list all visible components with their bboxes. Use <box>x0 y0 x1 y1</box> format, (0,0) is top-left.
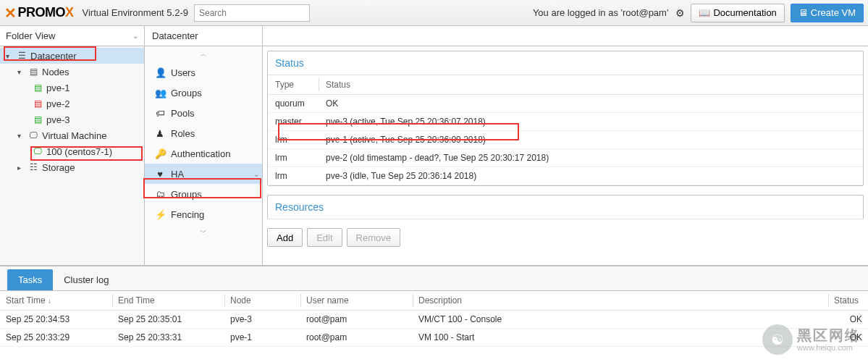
col-status[interactable]: Status <box>828 291 868 311</box>
tree-label: Nodes <box>42 67 69 77</box>
logo: ✕ PROMOX <box>4 4 74 22</box>
create-vm-button[interactable]: 🖥 Create VM <box>791 4 864 22</box>
config-roles[interactable]: ♟Roles <box>145 123 262 143</box>
col-node[interactable]: Node <box>224 291 300 311</box>
col-end-time[interactable]: End Time <box>112 291 224 311</box>
tree-label: pve-1 <box>46 83 70 93</box>
status-row[interactable]: lrmpve-2 (old timestamp - dead?, Tue Sep… <box>268 149 863 167</box>
config-ha[interactable]: ♥HA⌄ <box>145 164 262 184</box>
tags-icon: 🏷 <box>155 108 165 119</box>
col-user[interactable]: User name <box>300 291 413 311</box>
config-label: Users <box>171 67 195 78</box>
search-input[interactable] <box>194 4 310 22</box>
config-label: HA <box>171 169 184 180</box>
key-icon: 🔑 <box>155 148 165 159</box>
status-type: quorum <box>268 95 319 113</box>
tree-label: 100 (centos7-1) <box>46 146 112 157</box>
add-button[interactable]: Add <box>267 228 303 247</box>
collapse-icon[interactable]: ▾ <box>17 68 25 76</box>
storage-icon: ☷ <box>28 162 39 172</box>
cell-end: Sep 25 20:35:01 <box>112 311 224 329</box>
col-start-time[interactable]: Start Time ↓ <box>0 291 112 311</box>
logo-mark-icon: ✕ <box>4 4 17 22</box>
config-label: Authentication <box>171 148 230 159</box>
status-row[interactable]: lrmpve-3 (idle, Tue Sep 25 20:36:14 2018… <box>268 167 863 185</box>
tasks-table: Start Time ↓ End Time Node User name Des… <box>0 291 868 347</box>
status-row[interactable]: masterpve-3 (active, Tue Sep 25 20:36:07… <box>268 113 863 131</box>
config-label: Pools <box>171 108 195 119</box>
tree-node-pve3[interactable]: ▤ pve-3 <box>0 111 144 127</box>
sidebar: Folder View ⌄ ▾ ☰ Datacenter ▾ ▤ Nodes ▤… <box>0 26 145 265</box>
config-ha-groups[interactable]: 🗂Groups <box>145 184 262 204</box>
status-col-status[interactable]: Status <box>319 75 863 95</box>
config-authentication[interactable]: 🔑Authentication <box>145 143 262 164</box>
documentation-label: Documentation <box>713 7 776 18</box>
collapse-icon[interactable]: ▾ <box>6 52 13 60</box>
config-label: Roles <box>171 128 195 139</box>
status-value: OK <box>319 95 863 113</box>
tree-virtual-machine[interactable]: ▾ 🖵 Virtual Machine <box>0 127 144 143</box>
tab-cluster-log[interactable]: Cluster log <box>53 269 119 290</box>
status-type: lrm <box>268 167 319 185</box>
cell-node: pve-1 <box>224 329 300 347</box>
tree-storage[interactable]: ▸ ☷ Storage <box>0 159 144 175</box>
resources-panel: Resources <box>267 195 864 219</box>
cell-user: root@pam <box>300 329 413 347</box>
cell-end: Sep 25 20:33:31 <box>112 329 224 347</box>
scroll-down-button[interactable]: ﹀ <box>145 224 262 240</box>
edit-button[interactable]: Edit <box>307 228 342 247</box>
logo-text-1: PRO <box>18 5 46 20</box>
config-fencing[interactable]: ⚡Fencing <box>145 204 262 224</box>
status-table: Type Status quorumOK masterpve-3 (active… <box>268 75 863 185</box>
status-row[interactable]: quorumOK <box>268 95 863 113</box>
tree-label: pve-3 <box>46 114 70 125</box>
users-icon: 👥 <box>155 88 165 98</box>
content-area: Status Type Status quorumOK masterpve-3 … <box>263 26 868 265</box>
status-type: lrm <box>268 149 319 167</box>
documentation-button[interactable]: 📖 Documentation <box>691 4 784 22</box>
status-row[interactable]: lrmpve-1 (active, Tue Sep 25 20:36:09 20… <box>268 131 863 149</box>
config-groups[interactable]: 👥Groups <box>145 83 262 103</box>
task-row[interactable]: Sep 25 20:33:29 Sep 25 20:33:31 pve-1 ro… <box>0 329 868 347</box>
product-version: Virtual Environment 5.2-9 <box>83 7 188 18</box>
scroll-up-button[interactable]: ︿ <box>145 46 262 62</box>
cell-user: root@pam <box>300 311 413 329</box>
config-menu: Datacenter ︿ 👤Users 👥Groups 🏷Pools ♟Role… <box>145 26 263 265</box>
gear-icon[interactable]: ⚙ <box>675 7 685 19</box>
tree-label: Virtual Machine <box>42 130 106 141</box>
node-offline-icon: ▤ <box>32 98 43 109</box>
cell-status: OK <box>828 311 868 329</box>
config-label: Groups <box>171 88 202 98</box>
tree-datacenter[interactable]: ▾ ☰ Datacenter <box>0 48 144 64</box>
status-value: pve-1 (active, Tue Sep 25 20:36:09 2018) <box>319 131 863 149</box>
tree-node-pve2[interactable]: ▤ pve-2 <box>0 96 144 111</box>
cell-node: pve-3 <box>224 311 300 329</box>
tab-tasks[interactable]: Tasks <box>7 269 53 290</box>
status-col-type[interactable]: Type <box>268 75 319 95</box>
vm-group-icon: 🖵 <box>28 130 39 140</box>
config-users[interactable]: 👤Users <box>145 62 262 83</box>
chevron-down-icon: ⌄ <box>253 170 259 178</box>
config-pools[interactable]: 🏷Pools <box>145 103 262 123</box>
expand-icon[interactable]: ▸ <box>17 164 25 172</box>
monitor-icon: 🖥 <box>799 7 808 18</box>
status-panel-title: Status <box>268 51 863 75</box>
col-description[interactable]: Description <box>413 291 828 311</box>
tree-nodes[interactable]: ▾ ▤ Nodes <box>0 64 144 80</box>
view-selector[interactable]: Folder View ⌄ <box>0 26 144 46</box>
heartbeat-icon: ♥ <box>155 169 165 180</box>
breadcrumb: Datacenter <box>145 26 262 46</box>
vm-running-icon: 🖵 <box>32 146 43 156</box>
tree-label: Datacenter <box>30 51 77 62</box>
remove-button[interactable]: Remove <box>347 228 400 247</box>
group-icon: 🗂 <box>155 189 165 200</box>
resources-panel-title: Resources <box>268 195 863 219</box>
cell-desc: VM 100 - Start <box>413 329 828 347</box>
logo-text-2: MO <box>45 5 65 20</box>
task-row[interactable]: Sep 25 20:34:53 Sep 25 20:35:01 pve-3 ro… <box>0 311 868 329</box>
tree-vm-100[interactable]: 🖵 100 (centos7-1) <box>0 143 144 159</box>
tree-label: pve-2 <box>46 98 70 109</box>
tree-node-pve1[interactable]: ▤ pve-1 <box>0 80 144 96</box>
sort-desc-icon: ↓ <box>48 297 51 305</box>
collapse-icon[interactable]: ▾ <box>17 132 25 140</box>
